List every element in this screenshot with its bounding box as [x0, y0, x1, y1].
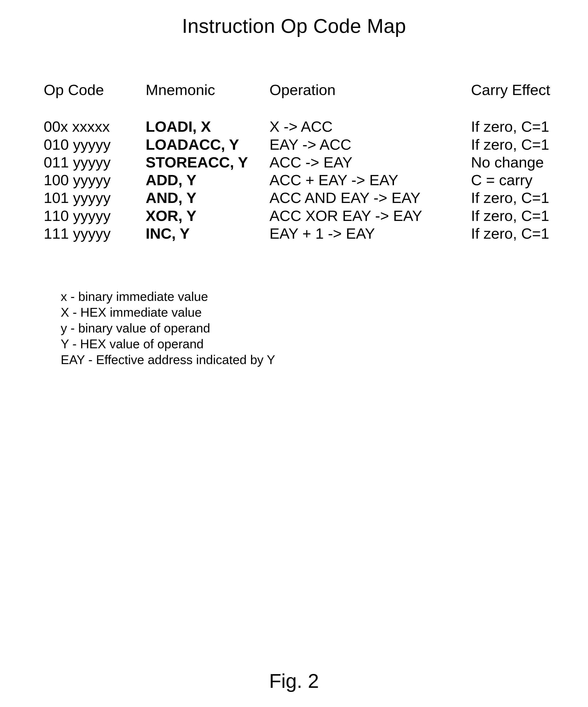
cell-operation: EAY + 1 -> EAY	[269, 225, 471, 242]
cell-operation: ACC -> EAY	[269, 154, 471, 171]
cell-mnemonic: AND, Y	[146, 189, 269, 207]
cell-operation: ACC AND EAY -> EAY	[269, 189, 471, 207]
cell-mnemonic: ADD, Y	[146, 171, 269, 189]
cell-carry: If zero, C=1	[471, 207, 571, 225]
legend: x - binary immediate value X - HEX immed…	[61, 289, 544, 368]
legend-line: x - binary immediate value	[61, 289, 544, 305]
cell-operation: X -> ACC	[269, 118, 471, 136]
col-header-mnemonic: Mnemonic	[146, 81, 269, 118]
col-header-opcode: Op Code	[44, 81, 146, 118]
cell-carry: If zero, C=1	[471, 136, 571, 154]
col-header-carry: Carry Effect	[471, 81, 571, 118]
cell-mnemonic: STOREACC, Y	[146, 154, 269, 171]
cell-carry: If zero, C=1	[471, 118, 571, 136]
legend-line: y - binary value of operand	[61, 320, 544, 336]
cell-carry: If zero, C=1	[471, 189, 571, 207]
page: Instruction Op Code Map Op Code Mnemonic…	[0, 0, 588, 707]
cell-opcode: 110 yyyyy	[44, 207, 146, 225]
figure-label: Fig. 2	[0, 670, 588, 693]
legend-line: Y - HEX value of operand	[61, 336, 544, 352]
cell-operation: ACC + EAY -> EAY	[269, 171, 471, 189]
cell-operation: EAY -> ACC	[269, 136, 471, 154]
cell-mnemonic: INC, Y	[146, 225, 269, 242]
legend-line: EAY - Effective address indicated by Y	[61, 352, 544, 368]
cell-mnemonic: LOADI, X	[146, 118, 269, 136]
opcode-table: Op Code Mnemonic Operation Carry Effect …	[44, 81, 544, 242]
page-title: Instruction Op Code Map	[44, 14, 544, 37]
cell-opcode: 011 yyyyy	[44, 154, 146, 171]
cell-carry: C = carry	[471, 171, 571, 189]
cell-mnemonic: XOR, Y	[146, 207, 269, 225]
col-header-operation: Operation	[269, 81, 471, 118]
legend-line: X - HEX immediate value	[61, 305, 544, 320]
cell-opcode: 101 yyyyy	[44, 189, 146, 207]
cell-carry: If zero, C=1	[471, 225, 571, 242]
cell-mnemonic: LOADACC, Y	[146, 136, 269, 154]
cell-opcode: 100 yyyyy	[44, 171, 146, 189]
cell-operation: ACC XOR EAY -> EAY	[269, 207, 471, 225]
cell-opcode: 010 yyyyy	[44, 136, 146, 154]
cell-opcode: 00x xxxxx	[44, 118, 146, 136]
cell-opcode: 111 yyyyy	[44, 225, 146, 242]
cell-carry: No change	[471, 154, 571, 171]
